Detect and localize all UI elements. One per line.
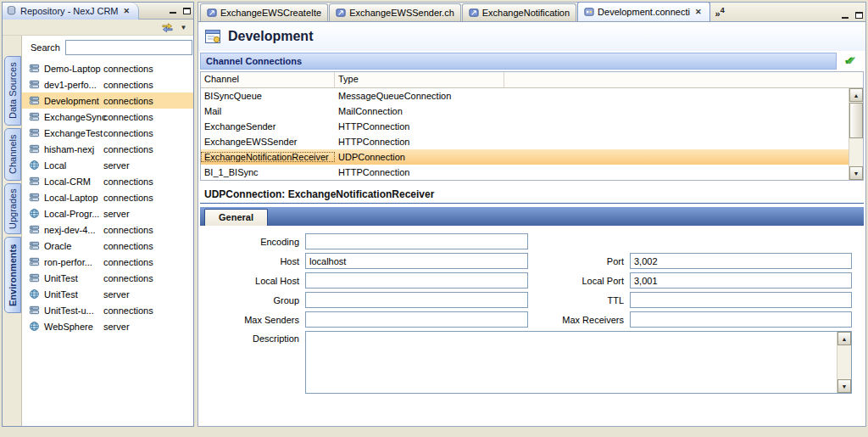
- tree-item[interactable]: WebSphereserver: [22, 318, 193, 334]
- maximize-view-button[interactable]: [180, 5, 193, 17]
- repository-view-titlebar: Repository - NexJ CRM ✕: [3, 3, 193, 20]
- editor-tab[interactable]: ExchangeEWSCreateIte: [200, 3, 328, 21]
- minimize-view-button[interactable]: [166, 5, 180, 17]
- scrollbar-thumb[interactable]: [849, 103, 863, 138]
- host-label: Host: [198, 256, 305, 266]
- server-globe-icon: [29, 289, 40, 300]
- tree-item[interactable]: hisham-nexjconnections: [22, 141, 193, 157]
- detail-section-title: UDPConnection: ExchangeNotificationRecei…: [200, 185, 864, 204]
- table-row[interactable]: BISyncQueue MessageQueueConnection: [201, 88, 863, 104]
- ttl-field[interactable]: [630, 292, 852, 308]
- channel-file-icon: [469, 8, 479, 18]
- connections-icon: [29, 79, 40, 90]
- local-port-field[interactable]: [630, 272, 852, 289]
- channel-connections-section-header: Channel Connections: [200, 53, 837, 70]
- search-input[interactable]: [65, 40, 192, 55]
- table-row[interactable]: BI_1_BISync HTTPConnection: [201, 165, 863, 180]
- group-field[interactable]: [305, 292, 528, 308]
- minimize-editor-button[interactable]: [838, 9, 852, 21]
- tree-item[interactable]: ExchangeSyncconnections: [22, 109, 193, 125]
- connections-icon: [29, 143, 40, 154]
- server-globe-icon: [29, 208, 40, 219]
- tree-item[interactable]: Local-Progr...server: [22, 205, 193, 221]
- connections-icon: [29, 192, 40, 203]
- encoding-label: Encoding: [198, 237, 305, 247]
- repository-view-title: Repository - NexJ CRM: [20, 6, 119, 16]
- view-menu-button[interactable]: ▼: [176, 20, 191, 35]
- local-port-label: Local Port: [528, 276, 630, 286]
- tree-item[interactable]: nexj-dev-4...connections: [22, 221, 193, 238]
- connections-icon: [29, 305, 40, 316]
- connections-icon: [29, 256, 40, 267]
- editor-tab[interactable]: ExchangeNotification: [462, 3, 576, 21]
- tab-overflow-chevron[interactable]: »4: [715, 6, 725, 19]
- tab-channels[interactable]: Channels: [4, 128, 21, 181]
- tab-data-sources[interactable]: Data Sources: [4, 56, 21, 126]
- page-title: Development: [228, 29, 313, 44]
- tab-general[interactable]: General: [204, 209, 268, 226]
- description-textarea[interactable]: ▲ ▼: [305, 331, 852, 394]
- tree-item[interactable]: ExchangeTestconnections: [22, 125, 193, 141]
- link-with-editor-button[interactable]: [160, 20, 175, 35]
- connections-icon: [29, 240, 40, 251]
- tree-item[interactable]: Demo-Laptopconnections: [22, 60, 193, 76]
- chevron-down-icon: ▼: [181, 24, 187, 31]
- tree-item[interactable]: Local-Laptopconnections: [22, 189, 193, 205]
- max-receivers-label: Max Receivers: [528, 315, 630, 325]
- channel-file-icon: [207, 8, 217, 18]
- environments-tree: Demo-Laptopconnections dev1-perfo...conn…: [22, 58, 193, 426]
- connections-icon: [29, 224, 40, 235]
- tree-item[interactable]: UnitTestserver: [22, 286, 193, 302]
- connections-icon: [29, 176, 40, 187]
- close-view-icon[interactable]: ✕: [122, 7, 132, 15]
- tree-item[interactable]: Oracleconnections: [22, 238, 193, 254]
- scroll-up-icon[interactable]: ▲: [837, 332, 851, 345]
- close-tab-icon[interactable]: ✕: [693, 8, 704, 16]
- tree-item[interactable]: UnitTestconnections: [22, 270, 193, 286]
- repository-view: Repository - NexJ CRM ✕ ▼ Data Sources C…: [2, 2, 194, 427]
- local-host-field[interactable]: [305, 272, 528, 289]
- repository-view-tab[interactable]: Repository - NexJ CRM ✕: [3, 3, 139, 20]
- channel-connections-table: Channel Type BISyncQueue MessageQueueCon…: [200, 71, 864, 181]
- host-field[interactable]: [305, 253, 528, 269]
- table-row[interactable]: ExchangeSender HTTPConnection: [201, 119, 863, 134]
- encoding-field[interactable]: [305, 233, 528, 249]
- detail-tab-strip: General: [200, 207, 864, 226]
- column-header-type[interactable]: Type: [335, 72, 504, 87]
- connections-icon: [29, 127, 40, 138]
- scroll-up-icon[interactable]: ▲: [849, 88, 863, 102]
- table-row[interactable]: ExchangeEWSSender HTTPConnection: [201, 134, 863, 149]
- max-senders-field[interactable]: [305, 311, 528, 328]
- maximize-editor-button[interactable]: [852, 9, 865, 21]
- server-globe-icon: [29, 321, 40, 332]
- repository-category-tabs: Data Sources Channels Upgrades Environme…: [3, 36, 21, 426]
- tree-item[interactable]: Localserver: [22, 157, 193, 173]
- sync-arrows-icon: [161, 21, 174, 34]
- tree-item[interactable]: dev1-perfo...connections: [22, 76, 193, 92]
- editor-tab-active[interactable]: Development.connecti ✕: [577, 2, 709, 21]
- tree-item[interactable]: Local-CRMconnections: [22, 173, 193, 189]
- port-field[interactable]: [630, 253, 852, 269]
- scroll-down-icon[interactable]: ▼: [849, 166, 863, 180]
- scroll-down-icon[interactable]: ▼: [837, 379, 851, 393]
- tree-item[interactable]: ron-perfor...connections: [22, 254, 193, 270]
- tree-item[interactable]: UnitTest-u...connections: [22, 302, 193, 318]
- port-label: Port: [528, 256, 630, 266]
- max-receivers-field[interactable]: [630, 311, 852, 328]
- description-label: Description: [198, 331, 305, 344]
- description-scrollbar[interactable]: ▲ ▼: [837, 332, 851, 393]
- column-header-empty: [504, 72, 863, 87]
- tab-environments[interactable]: Environments: [4, 237, 21, 313]
- editor-tab[interactable]: ExchangeEWSSender.ch: [329, 3, 461, 21]
- local-host-label: Local Host: [198, 276, 305, 286]
- tab-upgrades[interactable]: Upgrades: [4, 183, 21, 234]
- tree-item-selected[interactable]: Developmentconnections: [22, 92, 193, 109]
- column-header-channel[interactable]: Channel: [201, 72, 335, 87]
- ttl-label: TTL: [528, 295, 630, 305]
- channel-file-icon: [336, 8, 346, 18]
- udp-connection-form: Encoding Host Port Local Host Local Port…: [198, 226, 865, 426]
- connections-icon: [29, 63, 40, 74]
- table-row[interactable]: Mail MailConnection: [201, 104, 863, 119]
- table-scrollbar[interactable]: ▲ ▼: [849, 88, 863, 180]
- table-row-selected[interactable]: ExchangeNotificationReceiver UDPConnecti…: [201, 149, 863, 165]
